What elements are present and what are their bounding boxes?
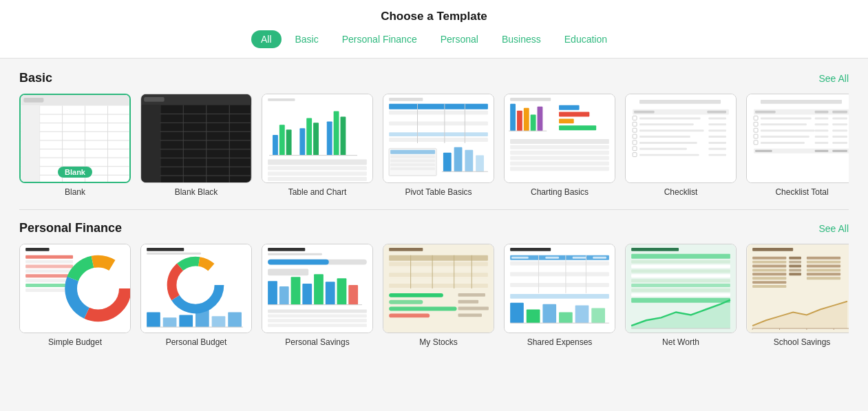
svg-rect-208 [389,307,456,311]
template-blank-thumb[interactable]: Blank [19,94,131,183]
svg-rect-191 [268,314,367,317]
svg-rect-226 [510,288,609,293]
svg-rect-84 [510,145,609,149]
svg-rect-45 [268,166,367,170]
header: Choose a Template All Basic Personal Fin… [0,0,868,59]
svg-rect-257 [752,273,786,275]
svg-rect-147 [25,255,73,259]
svg-rect-134 [761,136,809,138]
svg-rect-148 [25,260,73,264]
template-simple-budget[interactable]: Simple Budget [19,244,131,347]
svg-rect-161 [147,248,184,251]
template-pivot-table-basics[interactable]: Pivot Table Basics [383,94,494,197]
template-net-worth-thumb[interactable] [625,244,737,333]
svg-rect-209 [389,313,430,317]
svg-rect-42 [340,116,346,155]
svg-rect-139 [815,142,829,144]
svg-rect-233 [542,304,556,324]
svg-rect-234 [559,312,573,323]
section-personal-finance: Personal Finance See All [19,221,849,347]
svg-rect-248 [631,293,730,297]
svg-rect-253 [752,257,786,260]
template-net-worth-label: Net Worth [662,337,699,347]
svg-rect-114 [708,154,726,156]
template-my-stocks[interactable]: My Stocks [383,244,494,347]
svg-rect-73 [510,104,516,131]
template-blank[interactable]: Blank Blank [19,94,131,197]
template-personal-budget[interactable]: Personal Budget [140,244,252,347]
svg-rect-136 [832,136,847,138]
svg-rect-62 [390,156,435,158]
svg-rect-69 [476,156,484,172]
template-table-and-chart[interactable]: Table and Chart [262,94,373,197]
svg-rect-75 [524,108,529,131]
section-personal-finance-see-all[interactable]: See All [818,223,849,234]
tab-personal-finance[interactable]: Personal Finance [332,30,427,48]
template-checklist-total[interactable]: Checklist Total [746,94,849,197]
template-checklist-total-thumb[interactable] [746,94,849,183]
tab-education[interactable]: Education [555,30,617,48]
template-checklist[interactable]: Checklist [625,94,737,197]
svg-rect-232 [527,310,540,324]
template-table-and-chart-thumb[interactable] [262,94,373,183]
tab-business[interactable]: Business [492,30,551,48]
svg-rect-171 [195,310,209,328]
template-net-worth[interactable]: Net Worth [625,244,737,347]
template-personal-savings-thumb[interactable] [262,244,373,333]
svg-rect-119 [815,111,829,114]
tab-basic[interactable]: Basic [286,30,328,48]
template-charting-basics-thumb[interactable] [504,94,615,183]
svg-rect-193 [268,324,367,327]
svg-rect-252 [752,248,793,251]
svg-rect-244 [631,274,730,277]
svg-rect-116 [761,100,842,104]
svg-rect-183 [291,277,301,304]
template-pivot-table-basics-thumb[interactable] [383,94,494,183]
template-blank-black-thumb[interactable] [140,94,252,183]
section-basic-see-all[interactable]: See All [818,73,849,84]
svg-rect-210 [458,293,485,297]
svg-point-159 [83,273,113,303]
template-simple-budget-thumb[interactable] [19,244,131,333]
template-personal-savings[interactable]: Personal Savings [262,244,373,347]
svg-rect-140 [832,142,847,144]
svg-rect-185 [314,274,324,304]
svg-rect-231 [510,303,524,324]
template-my-stocks-thumb[interactable] [383,244,494,333]
section-personal-finance-header: Personal Finance See All [19,221,849,235]
tab-personal[interactable]: Personal [431,30,488,48]
svg-rect-265 [807,273,840,275]
svg-rect-270 [789,268,801,271]
template-blank-black[interactable]: Blank Black [140,94,252,197]
template-checklist-thumb[interactable] [625,94,737,183]
svg-rect-74 [517,111,522,131]
svg-rect-52 [389,116,488,120]
template-personal-budget-thumb[interactable] [140,244,252,333]
tab-all[interactable]: All [251,30,282,48]
svg-rect-181 [268,281,277,304]
template-personal-savings-label: Personal Savings [285,337,349,347]
svg-rect-206 [389,293,443,297]
template-shared-expenses[interactable]: Shared Expenses [504,244,615,347]
svg-rect-172 [212,316,226,327]
svg-rect-76 [531,115,536,131]
svg-rect-66 [443,153,452,172]
svg-rect-150 [25,269,73,273]
template-school-savings-thumb[interactable] [746,244,849,333]
template-shared-expenses-thumb[interactable] [504,244,615,333]
template-charting-basics-label: Charting Basics [531,187,589,197]
template-charting-basics[interactable]: Charting Basics [504,94,615,197]
svg-rect-188 [348,285,358,305]
svg-rect-61 [390,150,435,154]
section-basic: Basic See All [19,71,849,197]
template-school-savings[interactable]: School Savings [746,244,849,347]
svg-rect-267 [789,257,801,260]
svg-rect-104 [639,136,690,138]
svg-rect-77 [538,107,543,131]
svg-rect-98 [639,123,694,125]
svg-rect-151 [25,274,73,277]
svg-rect-224 [510,277,609,282]
svg-rect-217 [511,257,529,259]
svg-rect-89 [626,94,736,182]
svg-rect-110 [639,148,687,150]
